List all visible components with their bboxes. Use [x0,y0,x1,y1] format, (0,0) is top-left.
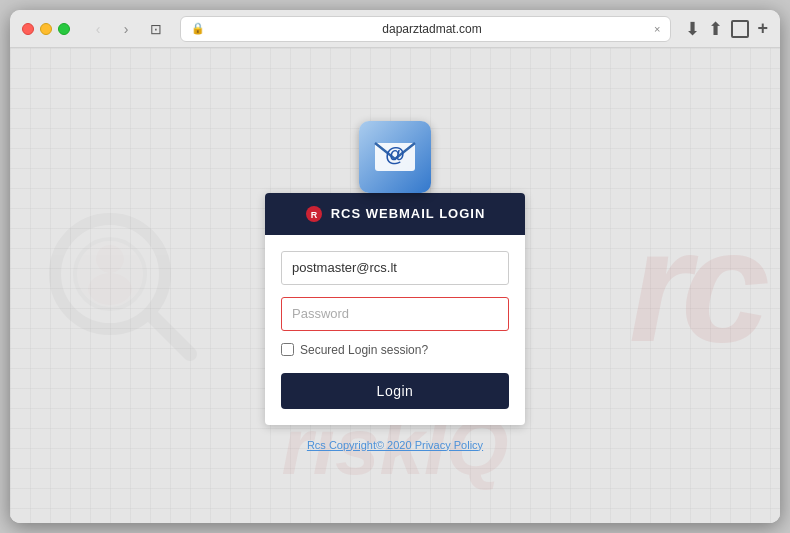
svg-text:R: R [310,210,317,220]
page-content: rc riskIQ @ R [10,48,780,523]
login-wrapper: @ R RCS WEBMAIL LOGIN [265,121,525,451]
password-group [281,297,509,331]
svg-point-4 [88,273,132,305]
checkbox-label: Secured Login session? [300,343,428,357]
password-input[interactable] [281,297,509,331]
footer-link[interactable]: Rcs Copyright© 2020 Privacy Policy [307,439,483,451]
close-button[interactable] [22,23,34,35]
email-icon-container: @ [359,121,431,197]
svg-line-1 [150,314,190,354]
magnifier-watermark [40,204,200,368]
login-header: R RCS WEBMAIL LOGIN [265,193,525,235]
lock-icon: 🔒 [191,22,205,35]
minimize-button[interactable] [40,23,52,35]
svg-text:@: @ [385,143,405,165]
url-text: daparztadmat.com [210,22,654,36]
login-title: RCS WEBMAIL LOGIN [331,206,486,221]
login-button[interactable]: Login [281,373,509,409]
add-tab-button[interactable]: + [757,18,768,39]
browser-titlebar: ‹ › ⊡ 🔒 daparztadmat.com × ⬇ ⬆ + [10,10,780,48]
svg-point-0 [55,219,165,329]
address-bar[interactable]: 🔒 daparztadmat.com × [180,16,671,42]
email-icon: @ [359,121,431,193]
email-input[interactable] [281,251,509,285]
rcs-logo-icon: R [305,205,323,223]
svg-point-2 [75,239,145,309]
browser-window: ‹ › ⊡ 🔒 daparztadmat.com × ⬇ ⬆ + rc [10,10,780,523]
login-form: Secured Login session? Login [265,235,525,425]
forward-button[interactable]: › [114,18,138,40]
download-icon[interactable]: ⬇ [685,18,700,40]
maximize-button[interactable] [58,23,70,35]
svg-point-3 [96,245,124,273]
nav-buttons: ‹ › [86,18,138,40]
email-group [281,251,509,285]
tab-close-icon[interactable]: × [654,23,660,35]
secured-session-checkbox[interactable] [281,343,294,356]
back-button[interactable]: ‹ [86,18,110,40]
checkbox-row: Secured Login session? [281,343,509,357]
traffic-lights [22,23,70,35]
new-tab-icon[interactable] [731,20,749,38]
share-icon[interactable]: ⬆ [708,18,723,40]
rc-watermark: rc [629,194,760,378]
reader-view-icon: ⊡ [150,21,162,37]
email-svg: @ [371,133,419,181]
login-card: R RCS WEBMAIL LOGIN Secured Login sessio… [265,193,525,425]
